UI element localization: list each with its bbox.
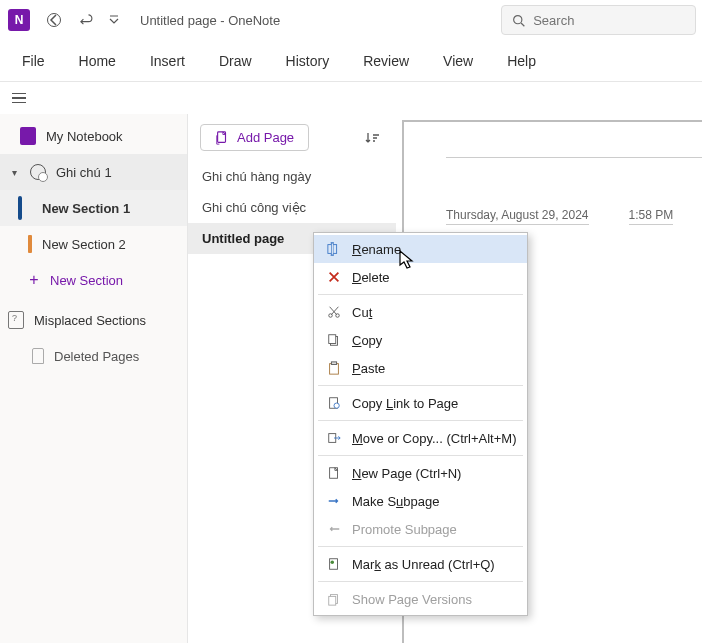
menu-item-label: Move or Copy... (Ctrl+Alt+M) [352,431,516,446]
menu-item-label: New Page (Ctrl+N) [352,466,461,481]
section-color-icon [28,235,32,253]
menu-separator [318,385,523,386]
tab-history[interactable]: History [274,45,342,77]
menu-item-move[interactable]: Move or Copy... (Ctrl+Alt+M) [314,424,527,452]
menu-item-label: Paste [352,361,385,376]
tab-view[interactable]: View [431,45,485,77]
chevron-down-icon: ▾ [8,167,20,178]
svg-point-17 [331,561,335,565]
unread-icon [326,556,342,572]
tab-file[interactable]: File [10,45,57,77]
menu-item-label: Cut [352,305,372,320]
tab-draw[interactable]: Draw [207,45,264,77]
menu-item-label: Mark as Unread (Ctrl+Q) [352,557,495,572]
notebook-icon [20,127,36,145]
menu-item-delete[interactable]: Delete [314,263,527,291]
menu-separator [318,294,523,295]
page-list-header: Add Page [188,114,396,161]
menu-item-copy[interactable]: Copy [314,326,527,354]
add-page-icon [215,131,229,145]
nav-toggle-bar [0,82,702,114]
menu-item-label: Show Page Versions [352,592,472,607]
svg-rect-9 [329,335,336,344]
misplaced-sections-item[interactable]: Misplaced Sections [0,302,187,338]
chevron-down-icon [108,14,120,26]
sort-pages-button[interactable] [360,126,384,150]
menu-item-versions: Show Page Versions [314,585,527,613]
subpage-icon [326,493,342,509]
paste-icon [326,360,342,376]
section-item-newsection1[interactable]: New Section 1 [0,190,187,226]
deleted-icon [32,348,44,364]
onenote-app-icon[interactable]: N [8,9,30,31]
notebook-item-ghichu1[interactable]: ▾ Ghi chú 1 [0,154,187,190]
menu-item-label: Delete [352,270,390,285]
notebook-sidebar: My Notebook ▾ Ghi chú 1 New Section 1 Ne… [0,114,188,643]
notebook-label: Ghi chú 1 [56,165,112,180]
menu-item-label: Promote Subpage [352,522,457,537]
app-initial: N [15,13,24,27]
svg-rect-5 [331,243,333,255]
menu-item-paste[interactable]: Paste [314,354,527,382]
search-input[interactable] [533,13,685,28]
section-label: New Section 1 [42,201,130,216]
svg-rect-10 [330,364,339,375]
cut-icon [326,304,342,320]
menu-item-link[interactable]: Copy Link to Page [314,389,527,417]
page-date[interactable]: Thursday, August 29, 2024 [446,208,589,225]
menu-item-cut[interactable]: Cut [314,298,527,326]
sort-icon [364,130,380,146]
search-icon [512,13,525,28]
svg-rect-19 [329,596,336,605]
window-title: Untitled page - OneNote [140,13,280,28]
title-bar: N Untitled page - OneNote [0,0,702,40]
misplaced-icon [8,311,24,329]
page-time[interactable]: 1:58 PM [629,208,674,225]
section-item-newsection2[interactable]: New Section 2 [0,226,187,262]
menu-separator [318,420,523,421]
tab-review[interactable]: Review [351,45,421,77]
page-item[interactable]: Ghi chú hàng ngày [188,161,396,192]
customize-qat-button[interactable] [104,6,124,34]
menu-item-rename[interactable]: Rename [314,235,527,263]
menu-item-newpage[interactable]: New Page (Ctrl+N) [314,459,527,487]
add-page-label: Add Page [237,130,294,145]
new-section-label: New Section [50,273,123,288]
back-button[interactable] [40,6,68,34]
menu-separator [318,546,523,547]
notebook-label: My Notebook [46,129,123,144]
undo-button[interactable] [72,6,100,34]
misplaced-label: Misplaced Sections [34,313,146,328]
rename-icon [326,241,342,257]
newpage-icon [326,465,342,481]
svg-rect-11 [331,362,336,365]
menu-item-label: Make Subpage [352,494,439,509]
svg-line-2 [521,22,524,25]
back-arrow-icon [46,12,62,28]
promote-icon [326,521,342,537]
add-page-button[interactable]: Add Page [200,124,309,151]
page-item[interactable]: Ghi chú công việc [188,192,396,223]
ribbon-tabs: File Home Insert Draw History Review Vie… [0,40,702,82]
notebook-item-mynotebook[interactable]: My Notebook [0,118,187,154]
menu-separator [318,581,523,582]
menu-item-unread[interactable]: Mark as Unread (Ctrl+Q) [314,550,527,578]
svg-rect-16 [330,559,338,570]
svg-point-1 [514,15,522,23]
tab-help[interactable]: Help [495,45,548,77]
new-section-button[interactable]: + New Section [0,262,187,298]
deleted-pages-item[interactable]: Deleted Pages [0,338,187,374]
page-context-menu: RenameDeleteCutCopyPasteCopy Link to Pag… [313,232,528,616]
link-icon [326,395,342,411]
menu-item-promote: Promote Subpage [314,515,527,543]
section-label: New Section 2 [42,237,126,252]
nav-toggle-button[interactable] [8,86,32,110]
tab-insert[interactable]: Insert [138,45,197,77]
tab-home[interactable]: Home [67,45,128,77]
search-box[interactable] [501,5,696,35]
menu-item-subpage[interactable]: Make Subpage [314,487,527,515]
deleted-label: Deleted Pages [54,349,139,364]
svg-point-13 [334,403,339,408]
page-title-input[interactable] [446,128,702,158]
menu-separator [318,455,523,456]
